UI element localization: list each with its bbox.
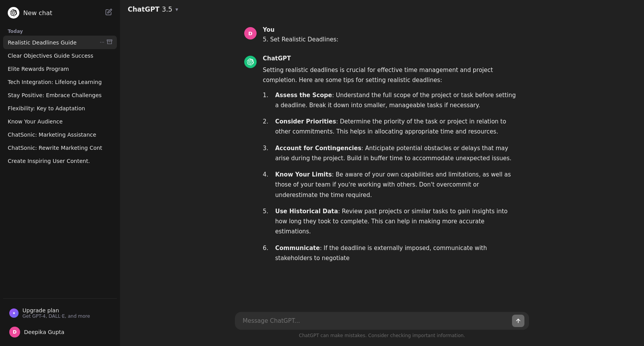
- list-item: 5. Use Historical Data: Review past proj…: [263, 206, 520, 237]
- chat-item-label: Elite Rewards Program: [8, 66, 112, 72]
- list-item: 3. Account for Contingencies: Anticipate…: [263, 143, 520, 164]
- model-name: ChatGPT: [128, 5, 159, 13]
- chat-item-label: Create Inspiring User Content.: [8, 158, 112, 164]
- sidebar-item-clear-objectives[interactable]: Clear Objectives Guide Success: [3, 49, 117, 62]
- user-text: 5. Set Realistic Deadlines:: [263, 35, 338, 44]
- chat-item-label: Tech Integration: Lifelong Learning: [8, 79, 112, 85]
- model-version: 3.5: [162, 5, 172, 13]
- chat-item-icons: ···: [100, 39, 112, 46]
- chat-item-label: ChatSonic: Marketing Assistance: [8, 132, 112, 138]
- archive-icon[interactable]: [107, 39, 112, 46]
- response-list: 1. Assess the Scope: Understand the full…: [263, 90, 520, 264]
- chat-item-label: Flexibility: Key to Adaptation: [8, 105, 112, 111]
- sidebar-item-chatsonic-marketing[interactable]: ChatSonic: Marketing Assistance: [3, 128, 117, 141]
- user-avatar-message: D: [244, 27, 257, 39]
- chat-item-label: Clear Objectives Guide Success: [8, 53, 112, 59]
- assistant-avatar: [244, 56, 257, 68]
- user-button[interactable]: D Deepika Gupta: [5, 323, 115, 341]
- assistant-intro: Setting realistic deadlines is crucial f…: [263, 65, 520, 86]
- user-avatar: D: [9, 327, 20, 337]
- new-chat-button[interactable]: New chat: [3, 3, 117, 22]
- list-item: 2. Consider Priorities: Determine the pr…: [263, 116, 520, 137]
- chatgpt-logo: [8, 7, 19, 19]
- list-item: 1. Assess the Scope: Understand the full…: [263, 90, 520, 111]
- send-button[interactable]: [512, 315, 524, 327]
- sidebar-item-stay-positive[interactable]: Stay Positive: Embrace Challenges: [3, 89, 117, 102]
- message-wrapper: D You 5. Set Realistic Deadlines: ChatGP…: [235, 26, 529, 269]
- sidebar-item-chatsonic-rewrite[interactable]: ChatSonic: Rewrite Marketing Cont: [3, 141, 117, 154]
- footer-note: ChatGPT can make mistakes. Consider chec…: [129, 333, 635, 338]
- assistant-label: ChatGPT: [263, 55, 520, 62]
- list-bold: Communicate: [275, 245, 320, 252]
- user-label: You: [263, 26, 338, 33]
- chat-item-label: ChatSonic: Rewrite Marketing Cont: [8, 145, 112, 151]
- chat-header: ChatGPT 3.5 ▾: [120, 0, 644, 19]
- assistant-text: Setting realistic deadlines is crucial f…: [263, 65, 520, 263]
- list-bold: Assess the Scope: [275, 92, 332, 99]
- user-message: D You 5. Set Realistic Deadlines:: [244, 26, 520, 44]
- today-label: Today: [3, 26, 117, 36]
- sidebar-item-know-audience[interactable]: Know Your Audience: [3, 115, 117, 128]
- upgrade-button[interactable]: ✦ Upgrade plan Get GPT-4, DALL·E, and mo…: [5, 303, 115, 323]
- upgrade-title: Upgrade plan: [22, 307, 90, 313]
- svg-rect-0: [107, 40, 112, 41]
- sidebar-item-create-inspiring[interactable]: Create Inspiring User Content.: [3, 154, 117, 168]
- main-content: ChatGPT 3.5 ▾ D You 5. Set Realistic Dea…: [120, 0, 644, 346]
- chat-item-label: Realistic Deadlines Guide: [8, 39, 98, 46]
- chat-item-label: Stay Positive: Embrace Challenges: [8, 92, 112, 98]
- chat-item-label: Know Your Audience: [8, 118, 112, 125]
- assistant-message: ChatGPT Setting realistic deadlines is c…: [244, 55, 520, 269]
- model-selector-chevron[interactable]: ▾: [175, 6, 178, 12]
- list-item: 4. Know Your Limits: Be aware of your ow…: [263, 170, 520, 200]
- list-bold: Consider Priorities: [275, 118, 336, 125]
- new-chat-label: New chat: [23, 9, 52, 17]
- list-item: 6. Communicate: If the deadline is exter…: [263, 243, 520, 264]
- upgrade-subtitle: Get GPT-4, DALL·E, and more: [22, 313, 90, 319]
- input-area: ChatGPT can make mistakes. Consider chec…: [120, 307, 644, 346]
- upgrade-icon: ✦: [9, 308, 19, 318]
- list-bold: Know Your Limits: [275, 171, 332, 178]
- sidebar: New chat Today Realistic Deadlines Guide…: [0, 0, 120, 346]
- message-input[interactable]: [243, 317, 510, 324]
- sidebar-item-elite-rewards[interactable]: Elite Rewards Program: [3, 62, 117, 75]
- sidebar-item-realistic-deadlines[interactable]: Realistic Deadlines Guide ···: [3, 36, 117, 49]
- sidebar-bottom: ✦ Upgrade plan Get GPT-4, DALL·E, and mo…: [3, 298, 117, 346]
- input-wrapper: [235, 312, 529, 330]
- list-bold: Use Historical Data: [275, 208, 338, 215]
- edit-icon[interactable]: [105, 9, 112, 17]
- more-icon[interactable]: ···: [100, 39, 104, 45]
- chat-area: D You 5. Set Realistic Deadlines: ChatGP…: [120, 19, 644, 307]
- user-name: Deepika Gupta: [24, 329, 64, 335]
- sidebar-item-flexibility[interactable]: Flexibility: Key to Adaptation: [3, 102, 117, 115]
- chat-list: Today Realistic Deadlines Guide ··· Clea…: [3, 26, 117, 295]
- list-bold: Account for Contingencies: [275, 145, 361, 152]
- sidebar-item-tech-integration[interactable]: Tech Integration: Lifelong Learning: [3, 75, 117, 89]
